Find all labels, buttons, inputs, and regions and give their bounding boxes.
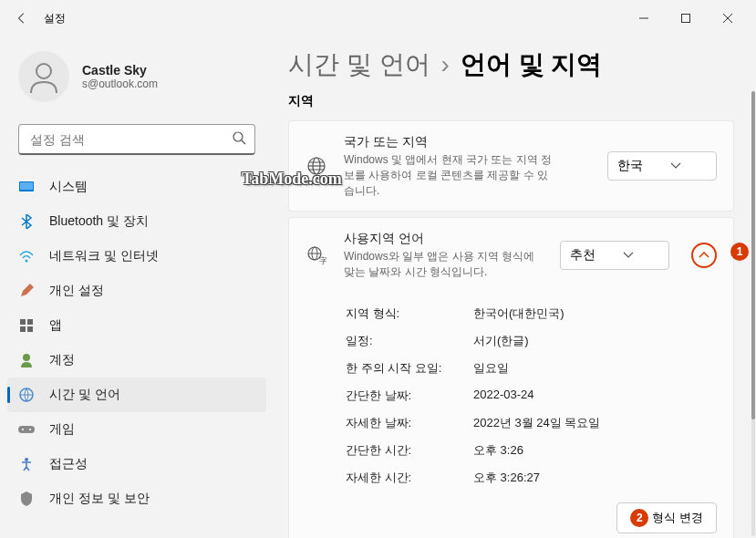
detail-row: 자세한 시간:오후 3:26:27 (346, 464, 717, 491)
annotation-marker-2: 2 (630, 509, 648, 527)
profile-section[interactable]: Castle Sky s@outlook.com (7, 36, 266, 117)
breadcrumb: 시간 및 언어 › 언어 및 지역 (288, 47, 734, 82)
profile-name: Castle Sky (82, 63, 158, 78)
svg-rect-13 (27, 326, 33, 332)
sidebar-item-label: Bluetooth 및 장치 (49, 213, 149, 230)
svg-point-19 (25, 458, 28, 461)
svg-rect-16 (18, 426, 35, 433)
privacy-icon (18, 491, 35, 507)
sidebar-item-gaming[interactable]: 게임 (7, 412, 266, 447)
accessibility-icon (18, 456, 35, 472)
minimize-button[interactable] (623, 4, 665, 33)
card-description: Windows와 일부 앱은 사용 지역 형식에 맞는 날짜와 시간 형식입니다… (344, 249, 544, 280)
search-box (18, 124, 255, 155)
apps-icon (18, 317, 35, 334)
svg-rect-11 (27, 319, 33, 325)
sidebar-item-system[interactable]: 시스템 (7, 170, 266, 204)
section-header: 지역 (288, 93, 734, 109)
window-controls (623, 4, 749, 33)
detail-row: 지역 형식:한국어(대한민국) (346, 300, 717, 327)
chevron-up-icon (699, 252, 709, 259)
chevron-down-icon (623, 252, 634, 259)
time-language-icon (18, 387, 35, 403)
maximize-button[interactable] (665, 4, 707, 33)
bluetooth-icon (18, 213, 35, 230)
nav-list: 시스템 Bluetooth 및 장치 네트워크 및 인터넷 개인 설정 앱 계정 (7, 170, 266, 516)
sidebar-item-accounts[interactable]: 계정 (7, 343, 266, 378)
window-title: 설정 (44, 11, 66, 26)
sidebar-item-label: 게임 (49, 421, 75, 438)
search-icon (232, 130, 246, 149)
svg-point-5 (233, 132, 243, 141)
avatar (18, 51, 69, 102)
annotation-marker-1: 1 (730, 243, 749, 261)
sidebar-item-network[interactable]: 네트워크 및 인터넷 (7, 239, 266, 274)
back-button[interactable] (7, 4, 36, 33)
detail-row: 일정:서기(한글) (346, 327, 717, 355)
svg-rect-10 (20, 319, 26, 325)
language-globe-icon: 字 (306, 245, 327, 265)
detail-row: 한 주의 시작 요일:일요일 (346, 355, 717, 382)
scrollbar[interactable] (751, 91, 755, 536)
country-region-card: 국가 또는 지역 Windows 및 앱에서 현재 국가 또는 지역 정보를 사… (288, 120, 734, 212)
sidebar-item-label: 시스템 (49, 179, 88, 195)
detail-row: 간단한 날짜:2022-03-24 (346, 382, 717, 409)
sidebar-item-personalization[interactable]: 개인 설정 (7, 274, 266, 308)
profile-email: s@outlook.com (82, 78, 158, 90)
card-title: 국가 또는 지역 (344, 134, 591, 150)
card-description: Windows 및 앱에서 현재 국가 또는 지역 정보를 사용하여 로컬 콘텐… (344, 152, 554, 198)
detail-row: 자세한 날짜:2022년 3월 24일 목요일 (346, 409, 717, 437)
content-area: 시간 및 언어 › 언어 및 지역 지역 국가 또는 지역 Windows 및 … (274, 36, 756, 538)
country-dropdown[interactable]: 한국 (607, 151, 717, 181)
globe-icon (306, 156, 327, 176)
titlebar: 설정 (0, 0, 756, 36)
svg-rect-8 (20, 182, 33, 190)
sidebar-item-accessibility[interactable]: 접근성 (7, 447, 266, 481)
close-button[interactable] (707, 4, 749, 33)
regional-format-card: 字 사용지역 언어 Windows와 일부 앱은 사용 지역 형식에 맞는 날짜… (288, 217, 734, 538)
sidebar: Castle Sky s@outlook.com 시스템 Bluetooth 및… (0, 36, 274, 538)
sidebar-item-time-language[interactable]: 시간 및 언어 (7, 378, 266, 412)
format-dropdown[interactable]: 추천 (560, 241, 669, 270)
chevron-down-icon (670, 162, 681, 170)
dropdown-value: 추천 (570, 247, 595, 264)
sidebar-item-label: 네트워크 및 인터넷 (49, 248, 159, 264)
network-icon (18, 248, 35, 264)
svg-point-9 (26, 260, 28, 263)
sidebar-item-apps[interactable]: 앱 (7, 308, 266, 343)
page-title: 언어 및 지역 (461, 47, 603, 82)
search-input[interactable] (18, 124, 255, 155)
sidebar-item-bluetooth[interactable]: Bluetooth 및 장치 (7, 204, 266, 239)
sidebar-item-label: 개인 설정 (49, 283, 104, 299)
svg-point-17 (22, 429, 24, 430)
format-details: 지역 형식:한국어(대한민국) 일정:서기(한글) 한 주의 시작 요일:일요일… (289, 293, 733, 538)
sidebar-item-privacy[interactable]: 개인 정보 및 보안 (7, 481, 266, 516)
svg-point-4 (36, 64, 51, 78)
accounts-icon (18, 352, 35, 368)
change-format-button[interactable]: 2 형식 변경 (616, 502, 717, 533)
svg-point-14 (23, 354, 30, 361)
sidebar-item-label: 앱 (49, 317, 62, 334)
personalization-icon (18, 283, 35, 299)
sidebar-item-label: 시간 및 언어 (49, 387, 120, 403)
sidebar-item-label: 개인 정보 및 보안 (49, 491, 150, 507)
system-icon (18, 179, 35, 195)
breadcrumb-parent[interactable]: 시간 및 언어 (288, 47, 430, 82)
svg-rect-12 (20, 326, 26, 332)
scrollbar-thumb[interactable] (751, 91, 755, 419)
sidebar-item-label: 계정 (49, 352, 75, 368)
gaming-icon (18, 421, 35, 438)
svg-text:字: 字 (319, 256, 326, 265)
svg-line-6 (242, 140, 245, 144)
breadcrumb-separator: › (441, 50, 450, 79)
svg-point-18 (29, 429, 31, 430)
detail-row: 간단한 시간:오후 3:26 (346, 437, 717, 464)
dropdown-value: 한국 (617, 158, 643, 174)
card-title: 사용지역 언어 (344, 231, 544, 247)
sidebar-item-label: 접근성 (49, 456, 88, 472)
collapse-button[interactable] (691, 243, 717, 268)
svg-rect-1 (682, 15, 690, 23)
